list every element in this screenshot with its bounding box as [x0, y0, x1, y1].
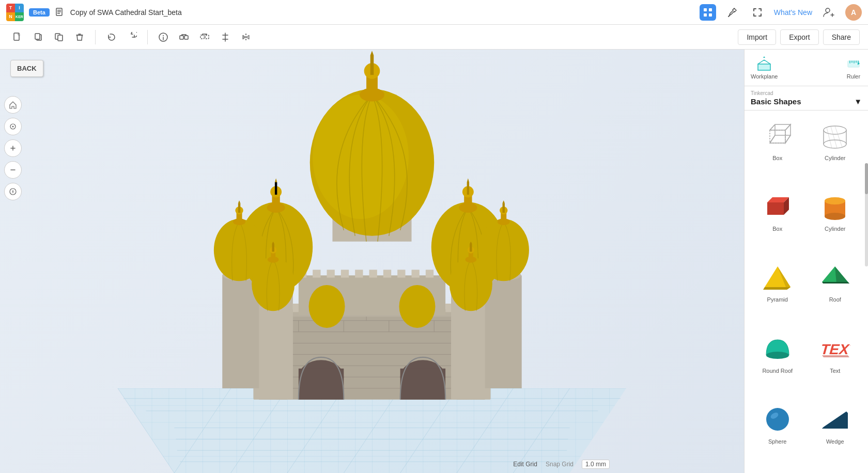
align-button[interactable] [216, 28, 235, 46]
svg-marker-148 [770, 135, 791, 143]
shape-pyramid-yellow-thumb [761, 262, 794, 293]
shape-roof-green[interactable]: Roof [807, 256, 864, 327]
shape-roof-green-label: Roof [829, 296, 841, 303]
svg-rect-78 [355, 270, 363, 277]
tools-icon[interactable] [724, 4, 741, 21]
svg-marker-161 [767, 202, 784, 215]
svg-marker-145 [763, 56, 765, 58]
hint-button[interactable] [154, 28, 173, 46]
canvas-area[interactable]: BACK [0, 50, 744, 473]
logo-n: N [6, 12, 15, 21]
copy-button[interactable] [29, 28, 48, 46]
collapse-panel-button[interactable]: ❯ [744, 254, 745, 269]
toolbar-sep-2 [147, 30, 148, 44]
right-panel: ❯ Workplane Ruler [744, 50, 868, 473]
snap-value[interactable]: 1.0 mm [582, 460, 610, 469]
svg-rect-81 [397, 270, 405, 277]
shape-cylinder-wireframe[interactable]: Cylinder [807, 115, 864, 185]
svg-point-155 [824, 126, 846, 134]
svg-point-167 [825, 197, 845, 204]
shape-wedge-navy[interactable]: Wedge [807, 398, 864, 469]
main-area: BACK [0, 50, 868, 473]
svg-rect-13 [58, 35, 63, 41]
shape-wedge-navy-label: Wedge [826, 438, 844, 445]
apps-grid-icon[interactable] [700, 4, 716, 21]
shape-round-roof-thumb [761, 334, 794, 365]
shapes-dropdown-button[interactable]: Basic Shapes ▼ [751, 97, 862, 106]
svg-rect-4 [704, 8, 707, 11]
navbar: T I N KER Beta Copy of SWA Cathedral Sta… [0, 0, 868, 25]
shape-pyramid-yellow[interactable]: Pyramid [749, 256, 807, 327]
ruler-button[interactable]: Ruler [845, 56, 862, 80]
shape-round-roof-label: Round Roof [762, 368, 793, 374]
svg-rect-11 [35, 34, 40, 39]
scroll-indicator [865, 163, 868, 266]
workplane-button[interactable]: Workplane [751, 56, 778, 80]
frame-icon[interactable] [749, 4, 766, 21]
svg-rect-77 [341, 270, 349, 277]
panel-tools: Workplane Ruler [745, 50, 868, 86]
mirror-button[interactable] [237, 28, 255, 46]
edit-grid-label[interactable]: Edit Grid [513, 461, 537, 468]
svg-rect-75 [313, 270, 320, 277]
svg-point-165 [825, 213, 845, 220]
svg-text:TEXT: TEXT [820, 341, 850, 357]
beta-badge: Beta [29, 8, 50, 17]
import-button[interactable]: Import [738, 29, 776, 45]
shape-box-wireframe[interactable]: Box [749, 115, 807, 185]
ruler-label: Ruler [847, 73, 860, 80]
logo-ker: KER [15, 12, 24, 21]
scroll-thumb[interactable] [865, 163, 868, 194]
shape-box-red[interactable]: Box [749, 185, 807, 256]
shape-text[interactable]: TEXT Text [807, 327, 864, 398]
whats-new-button[interactable]: What's New [774, 8, 812, 17]
project-title: Copy of SWA Cathedral Start_beta [70, 8, 694, 17]
svg-rect-136 [470, 244, 472, 251]
svg-line-142 [758, 60, 764, 64]
shape-sphere-blue-thumb [761, 404, 794, 435]
shape-text-thumb: TEXT [818, 334, 851, 365]
svg-point-8 [826, 8, 830, 12]
svg-rect-2 [57, 11, 61, 12]
shape-pyramid-yellow-label: Pyramid [767, 296, 788, 303]
svg-rect-59 [400, 369, 445, 400]
shape-box-red-thumb [761, 192, 794, 223]
svg-rect-106 [275, 182, 277, 195]
svg-rect-1 [57, 10, 61, 11]
svg-rect-140 [758, 64, 770, 70]
shape-wedge-navy-thumb [818, 404, 851, 435]
shape-sphere-blue[interactable]: Sphere [749, 398, 807, 469]
shape-round-roof[interactable]: Round Roof [749, 327, 807, 398]
share-button[interactable]: Share [823, 29, 860, 45]
export-button[interactable]: Export [780, 29, 818, 45]
status-bar: Edit Grid Snap Grid 1.0 mm [513, 460, 610, 469]
shape-cylinder-orange-label: Cylinder [825, 226, 845, 232]
shape-cylinder-wireframe-thumb [818, 121, 851, 152]
svg-rect-82 [412, 270, 420, 277]
shape-cylinder-wireframe-label: Cylinder [825, 155, 845, 161]
undo-button[interactable] [102, 28, 120, 46]
cathedral-scene [0, 50, 744, 473]
user-avatar[interactable]: A [845, 4, 862, 21]
duplicate-button[interactable] [50, 28, 68, 46]
svg-rect-118 [238, 203, 240, 213]
ungroup-button[interactable] [195, 28, 214, 46]
svg-point-177 [766, 408, 789, 431]
shape-cylinder-orange[interactable]: Cylinder [807, 185, 864, 256]
svg-rect-19 [205, 35, 209, 39]
group-button[interactable] [175, 28, 193, 46]
svg-marker-170 [763, 287, 791, 290]
shape-box-wireframe-label: Box [772, 155, 782, 161]
svg-line-143 [764, 60, 770, 64]
svg-point-174 [766, 352, 789, 359]
svg-point-132 [450, 257, 492, 311]
svg-marker-113 [467, 178, 469, 182]
toolbar: Import Export Share [0, 25, 868, 50]
redo-button[interactable] [122, 28, 141, 46]
user-add-icon[interactable] [820, 4, 837, 21]
delete-button[interactable] [70, 28, 89, 46]
svg-marker-147 [770, 130, 785, 143]
app-logo: T I N KER [6, 4, 24, 21]
new-document-button[interactable] [8, 28, 27, 46]
svg-rect-79 [369, 270, 377, 277]
